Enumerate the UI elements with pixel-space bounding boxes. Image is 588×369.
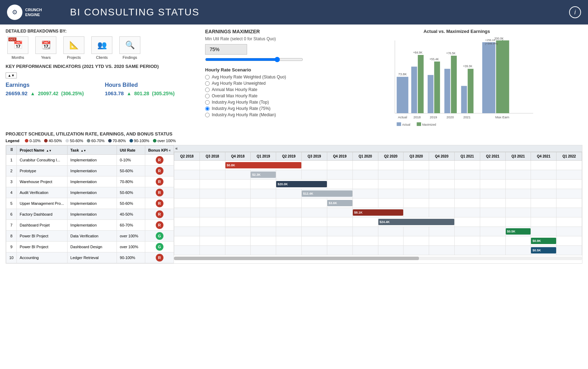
svg-text:+84.9K: +84.9K: [413, 51, 422, 54]
gantt-row: $3.6K: [174, 199, 582, 208]
gantt-cell-4-0: [174, 199, 200, 208]
radio-input-1[interactable]: [205, 81, 210, 86]
gantt-cell-1-12: [480, 170, 505, 180]
legend-dot-1: [44, 139, 48, 142]
row-num: 5: [6, 198, 17, 209]
radio-option-2[interactable]: Annual Max Hourly Rate: [205, 87, 324, 92]
row-num: 1: [6, 155, 17, 166]
gantt-cell-3-12: [480, 189, 505, 199]
legend-item-3: 60-70%: [87, 139, 105, 143]
projects-icon: 📐: [69, 41, 79, 50]
legend-item-6: over 100%: [153, 139, 176, 143]
gantt-cell-4-12: [480, 199, 505, 208]
gantt-col-header-1: Q3 2018: [200, 152, 225, 161]
breakdown-years[interactable]: 📆 Years: [34, 36, 58, 60]
gantt-cell-5-5: [302, 208, 327, 217]
gantt-cell-6-5: [302, 217, 327, 227]
gantt-cell-2-13: [505, 180, 531, 189]
col-header-project[interactable]: Project Name ▲▼: [17, 146, 68, 155]
maximizer-section: EARNINGS MAXIMIZER Min Util Rate (select…: [205, 29, 324, 128]
projects-icon-box: 📐: [63, 36, 84, 54]
col-header-bonus[interactable]: Bonus KPI «: [145, 146, 174, 155]
breakdown-findings[interactable]: 🔍 Findings: [118, 36, 142, 60]
row-project: Warehouse Project: [17, 176, 68, 187]
table-right[interactable]: « Q2 2018Q3 2018Q4 2018Q1 2019Q2 2019Q3 …: [174, 145, 582, 263]
logo-area: ⚙ CRUNCHENGINE: [7, 5, 63, 20]
breakdown-months[interactable]: 📅 OCT Months: [6, 36, 30, 60]
col-header-num: ⠿: [6, 146, 17, 155]
radio-input-6[interactable]: [205, 113, 210, 117]
gantt-cell-6-6: [327, 217, 352, 227]
gantt-cell-1-1: [200, 170, 225, 180]
gantt-cell-4-8: [378, 199, 404, 208]
row-util: 90-100%: [117, 252, 145, 263]
gantt-cell-7-6: [327, 227, 352, 236]
gantt-cell-5-2: [225, 208, 251, 217]
projects-label: Projects: [67, 55, 81, 60]
col-header-util[interactable]: Util Rate: [117, 146, 145, 155]
radio-input-5[interactable]: [205, 106, 210, 111]
bonus-collapse-btn[interactable]: «: [169, 148, 171, 152]
gantt-col-header-2: Q4 2018: [225, 152, 251, 161]
bonus-badge: R: [156, 254, 163, 262]
table-row: 4Audit VerificationImplementation50-60%R: [6, 187, 174, 198]
breakdown-projects[interactable]: 📐 Projects: [62, 36, 86, 60]
gantt-cell-4-13: [505, 199, 531, 208]
gantt-bar: $0.5K: [531, 247, 556, 253]
col-header-task[interactable]: Task ▲▼: [68, 146, 117, 155]
table-container: ⠿ Project Name ▲▼ Task ▲▼ Util Rate Bonu…: [6, 145, 582, 264]
radio-label-5: Industry Avg Hourly Rate (75%): [212, 106, 271, 111]
kpi-collapse-button[interactable]: ▲▼: [6, 72, 17, 78]
gantt-cell-3-10: [429, 189, 455, 199]
gantt-cell-1-10: [429, 170, 455, 180]
maximizer-title: EARNINGS MAXIMIZER: [205, 29, 324, 34]
maximizer-subtitle: Min Util Rate (select 0 for Status Quo): [205, 36, 324, 41]
bar-2018-actual: [411, 67, 417, 113]
gantt-cell-7-5: [302, 227, 327, 236]
breakdown-clients[interactable]: 👥 Clients: [90, 36, 114, 60]
gantt-cell-4-3: [251, 199, 276, 208]
gantt-scrollbar[interactable]: [174, 257, 419, 260]
chart-title: Actual vs. Maximized Earnings: [331, 29, 582, 34]
radio-label-3: Overall Max Hourly Rate: [212, 93, 258, 98]
gantt-cell-4-1: [200, 199, 225, 208]
row-project: Accounting: [17, 252, 68, 263]
legend-item-0: 0-10%: [25, 139, 41, 143]
kpi-earnings-values: 26659.92 ▲ 20097.42 (306.25%): [6, 90, 84, 96]
gantt-cell-1-9: [404, 170, 429, 180]
radio-option-5[interactable]: Industry Avg Hourly Rate (75%): [205, 106, 324, 111]
radio-input-4[interactable]: [205, 100, 210, 105]
radio-option-3[interactable]: Overall Max Hourly Rate: [205, 93, 324, 98]
row-num: 6: [6, 209, 17, 220]
radio-option-0[interactable]: Avg Hourly Rate Weighted (Status Quo): [205, 75, 324, 79]
gantt-collapse-btn[interactable]: «: [175, 146, 178, 151]
radio-input-3[interactable]: [205, 94, 210, 98]
row-bonus: G: [145, 242, 174, 252]
svg-text:+55.4K: +55.4K: [429, 57, 439, 61]
radio-input-0[interactable]: [205, 75, 210, 79]
gantt-cell-1-14: [531, 170, 556, 180]
radio-option-4[interactable]: Industry Avg Hourly Rate (Top): [205, 100, 324, 105]
info-button[interactable]: i: [569, 6, 581, 18]
gantt-col-header-7: Q1 2020: [352, 152, 378, 161]
radio-input-2[interactable]: [205, 88, 210, 92]
gantt-row: $20.0K: [174, 180, 582, 189]
gantt-cell-2-8: [378, 180, 404, 189]
legend-dot-0: [25, 139, 28, 142]
gantt-cell-3-8: [378, 189, 404, 199]
svg-text:2018: 2018: [413, 116, 421, 119]
gantt-cell-6-8: $24.4K: [378, 217, 454, 227]
gantt-bar: $20.0K: [276, 181, 327, 187]
gantt-cell-5-7: $8.1K: [352, 208, 404, 217]
svg-text:330.0K: 330.0K: [494, 37, 504, 40]
rate-slider[interactable]: [205, 57, 303, 62]
gantt-cell-0-7: [352, 161, 378, 170]
gantt-cell-5-0: [174, 208, 200, 217]
gantt-cell-5-9: [404, 208, 429, 217]
kpi-title: KEY PERFORMANCE INDICATORS (2021 YTD VS.…: [6, 64, 198, 69]
gantt-cell-8-13: [505, 236, 531, 246]
bonus-badge: R: [156, 156, 163, 164]
gantt-cell-4-5: [302, 199, 327, 208]
radio-option-6[interactable]: Industry Avg Hourly Rate (Median): [205, 112, 324, 117]
radio-option-1[interactable]: Avg Hourly Rate Unweighted: [205, 81, 324, 86]
